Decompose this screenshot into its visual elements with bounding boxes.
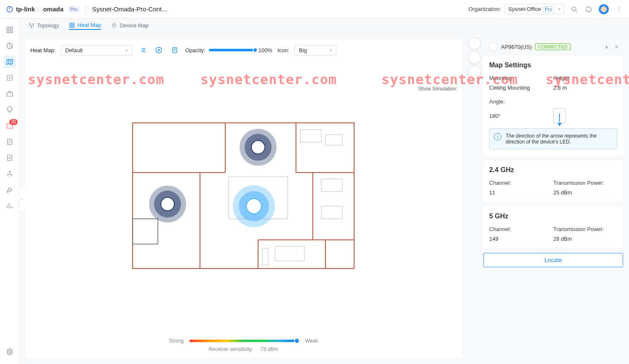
chevron-down-icon: ▾ [330,48,332,53]
tab-heatmap[interactable]: Heat Map [69,22,101,30]
floorplan-canvas[interactable] [30,60,456,335]
svg-point-15 [31,27,32,27]
device-status-badge: CONNECTED [535,43,570,50]
devicemap-icon [111,23,117,29]
band-5-title: 5 GHz [489,213,617,220]
panel-next-icon[interactable]: ⏵ [605,44,610,50]
brand-pro-badge: Pro [68,6,80,13]
tab-topology[interactable]: Topology [29,22,59,29]
map-settings-title: Map Settings [489,61,617,69]
svg-point-17 [114,24,115,25]
nav-network-icon[interactable] [3,167,16,180]
nav-dashboard-icon[interactable] [3,24,16,36]
tplink-logo-icon [6,5,13,13]
sensitivity-label: Receiver sensitivity: [208,346,253,352]
tab-devicemap[interactable]: Device Map [111,22,149,29]
opacity-slider[interactable] [209,49,255,51]
locate-button[interactable]: Locate [483,253,623,267]
g24-channel-label: Channel: [489,180,553,186]
search-icon[interactable] [570,5,578,13]
info-text: The direction of the arrow represents th… [506,133,613,145]
svg-point-14 [33,23,34,24]
device-icon [488,42,498,51]
svg-point-43 [161,197,174,211]
mounting-value: Ceiling Mounting [489,85,553,91]
height-label: Height: [553,75,617,81]
g5-channel-label: Channel: [489,226,553,232]
g5-power-value: 28 dBm [553,236,617,242]
nav-devices-icon[interactable] [3,72,16,84]
heatmap-icon [69,22,75,28]
device-header: AP9670(US) CONNECTED ⏵ ✕ [483,38,623,56]
band-5-card: 5 GHz Channel: Transmission Power: 149 2… [483,207,623,248]
info-icon: i [494,133,501,141]
map-settings-card: Map Settings Mounting: Height: Ceiling M… [483,56,623,155]
svg-point-11 [9,171,10,173]
brand-tplink: tp-link [16,5,35,13]
ap-chip-2[interactable] [468,51,481,64]
svg-point-40 [251,141,265,154]
sensitivity-slider[interactable] [189,340,299,342]
org-value: Sysnet-Office [508,6,541,12]
angle-label: Angle: [489,98,553,105]
nav-portal-icon[interactable] [3,151,16,164]
svg-point-46 [246,199,261,214]
ap-chip-3[interactable] [468,66,481,78]
angle-value: 180° [489,113,553,119]
brand-omada: omada [43,5,63,13]
ap-chip-1[interactable] [468,37,481,50]
g24-power-value: 25 dBm [553,189,617,196]
height-value: 2.8 m [553,85,617,91]
nav-statistics-icon[interactable] [3,40,16,52]
refresh-icon[interactable] [584,5,593,13]
nav-map-icon[interactable] [3,56,16,68]
topology-icon [29,23,35,29]
sensitivity-value: -75 dBm [259,346,278,352]
svg-point-12 [8,351,11,353]
site-name: Sysnet-Omada-Pro-Cont... [92,5,167,13]
angle-indicator-icon[interactable] [553,108,566,123]
nav-logs-icon[interactable]: 20 [3,120,16,132]
svg-rect-16 [70,23,75,27]
nav-settings-icon[interactable] [3,345,16,358]
band-24-title: 2.4 GHz [489,166,617,174]
svg-rect-5 [10,31,12,33]
heatmap-select[interactable]: Default ▾ [61,45,132,56]
svg-point-13 [29,23,30,24]
chevron-down-icon: ▾ [558,7,560,11]
svg-point-7 [9,77,10,79]
org-pro-badge: Pro [543,6,554,12]
add-icon[interactable] [153,45,164,56]
svg-rect-8 [7,93,13,96]
band-24-card: 2.4 GHz Channel: Transmission Power: 11 … [483,160,623,202]
more-icon[interactable]: ⋮ [615,5,623,13]
icon-size-label: Icon: [277,47,289,53]
nav-tools-icon[interactable] [3,183,16,196]
g5-power-label: Transmission Power: [553,226,617,232]
left-nav: 20 [0,19,19,364]
panel-close-icon[interactable]: ✕ [614,44,619,50]
svg-rect-6 [7,75,12,80]
legend-weak: Weak [305,338,317,344]
org-selector[interactable]: Sysnet-Office Pro ▾ [504,4,564,14]
nav-insights-icon[interactable] [3,104,16,116]
brand-logo: tp-link | omada Pro [6,5,80,13]
heatmap-select-label: Heat Map: [30,47,56,53]
device-name: AP9670(US) [501,44,532,50]
nav-reports-icon[interactable] [3,136,16,148]
nav-badge: 20 [9,119,17,125]
map-card: Heat Map: Default ▾ Opacity: 100% [25,40,461,358]
info-callout: i The direction of the arrow represents … [489,128,617,149]
list-icon[interactable] [137,45,148,56]
floorplan-svg [132,122,355,274]
map-toolbar: Heat Map: Default ▾ Opacity: 100% [30,45,456,56]
notes-icon[interactable] [169,45,180,56]
legend-strong: Strong [169,338,184,344]
g5-channel-value: 149 [489,236,553,242]
view-tabs: Topology Heat Map Device Map [19,19,629,34]
icon-size-select[interactable]: Big ▾ [294,45,336,56]
user-avatar[interactable] [599,4,609,14]
nav-clients-icon[interactable] [3,88,16,100]
nav-analysis-icon[interactable] [3,199,16,212]
signal-legend: Strong Weak [30,335,456,345]
